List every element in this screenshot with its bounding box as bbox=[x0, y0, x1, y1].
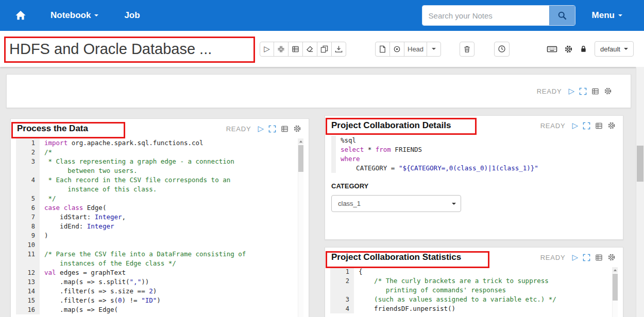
nav-notebook[interactable]: Notebook bbox=[50, 10, 98, 21]
nav-notebook-label: Notebook bbox=[50, 10, 91, 21]
nav-menu[interactable]: Menu bbox=[592, 10, 622, 21]
nav-job[interactable]: Job bbox=[124, 10, 140, 21]
category-select[interactable]: class_1 bbox=[331, 195, 461, 212]
paragraph-header: Project Collaboration Details READY ▷ bbox=[325, 116, 623, 134]
revisions-button[interactable] bbox=[389, 42, 404, 57]
note-title[interactable]: HDFS and Oracle Database ... bbox=[9, 41, 252, 58]
code-line: 2 /* The curly brackets are a trick to s… bbox=[330, 276, 618, 286]
line-number: 2 bbox=[16, 148, 40, 157]
scroll-up-arrow[interactable] bbox=[613, 267, 618, 273]
clone-note-button[interactable] bbox=[317, 42, 332, 57]
caret-down-icon bbox=[452, 203, 456, 205]
display-mode-button[interactable]: default bbox=[595, 41, 634, 57]
expand-paragraph-button[interactable] bbox=[579, 87, 587, 95]
toggle-editor-button[interactable] bbox=[595, 254, 603, 261]
revision-head-button[interactable]: Head bbox=[404, 42, 427, 57]
search-input[interactable] bbox=[422, 6, 549, 25]
expand-paragraph-button[interactable] bbox=[583, 122, 590, 130]
gear-icon bbox=[564, 45, 573, 54]
line-number: 2 bbox=[330, 276, 354, 286]
paragraph-settings-button[interactable] bbox=[604, 87, 612, 95]
code-editor[interactable]: %sqlselect * from FRIENDSwhere CATEGORY … bbox=[331, 136, 617, 173]
window-scrollbar[interactable] bbox=[636, 67, 644, 317]
code-line: between two users. bbox=[16, 166, 303, 175]
run-paragraph-button[interactable]: ▷ bbox=[572, 122, 578, 130]
paragraph-collab-details: Project Collaboration Details READY ▷ %s… bbox=[325, 115, 623, 240]
expand-paragraph-button[interactable] bbox=[583, 254, 590, 261]
run-paragraph-button[interactable]: ▷ bbox=[572, 254, 578, 261]
code-line: 5 */ bbox=[16, 194, 303, 203]
scrollbar-thumb[interactable] bbox=[637, 146, 643, 182]
table-icon bbox=[591, 87, 599, 95]
expand-paragraph-button[interactable] bbox=[268, 125, 276, 133]
code-editor[interactable]: 1{2 /* The curly brackets are a trick to… bbox=[330, 267, 618, 313]
collapse-code-button[interactable] bbox=[274, 42, 289, 57]
permissions-lock-button[interactable] bbox=[580, 45, 587, 53]
paragraph-title: Project Collaboration Statistics bbox=[331, 252, 461, 262]
editor-wrap: 1import org.apache.spark.sql.functions.c… bbox=[16, 138, 303, 317]
run-paragraph-button[interactable]: ▷ bbox=[568, 87, 574, 95]
code-line: instances of the Edge class */ bbox=[16, 259, 303, 268]
run-paragraph-button[interactable]: ▷ bbox=[258, 125, 264, 133]
gear-icon bbox=[607, 121, 616, 130]
paragraph-controls: READY ▷ bbox=[537, 87, 612, 95]
interpreter-gear-button[interactable] bbox=[564, 45, 573, 54]
note-titlebar: HDFS and Oracle Database ... ▷ bbox=[0, 31, 644, 67]
code-editor[interactable]: 1import org.apache.spark.sql.functions.c… bbox=[16, 138, 303, 314]
expand-icon bbox=[268, 125, 276, 133]
scheduler-button[interactable] bbox=[494, 42, 510, 57]
run-all-button[interactable]: ▷ bbox=[260, 42, 274, 57]
line-number bbox=[16, 166, 40, 175]
paragraph-controls: READY ▷ bbox=[540, 121, 616, 130]
paragraph-title: Project Collaboration Details bbox=[331, 120, 451, 131]
download-icon bbox=[335, 45, 343, 53]
line-number bbox=[16, 185, 40, 194]
clock-icon bbox=[498, 45, 506, 53]
navbar: Notebook Job Menu bbox=[0, 0, 644, 31]
code-line: 4 friendsDF.unpersist() bbox=[330, 304, 618, 313]
code-line: 1{ bbox=[330, 267, 618, 276]
code-line: 3 (such as values assigned to a variable… bbox=[330, 295, 618, 304]
code-line: printing of commands' responses bbox=[330, 286, 618, 295]
line-number: 14 bbox=[16, 287, 40, 296]
editor-scrollbar[interactable] bbox=[298, 138, 303, 317]
scroll-up-arrow[interactable] bbox=[298, 138, 303, 144]
editor-scrollbar[interactable] bbox=[612, 267, 618, 317]
caret-down-icon bbox=[618, 14, 622, 16]
paragraph-settings-button[interactable] bbox=[607, 121, 616, 130]
line-number: 5 bbox=[16, 194, 40, 203]
play-icon: ▷ bbox=[264, 45, 270, 53]
search-button[interactable] bbox=[549, 6, 575, 25]
toggle-editor-button[interactable] bbox=[595, 122, 603, 130]
line-number: 16 bbox=[16, 305, 40, 314]
code-line: select * from FRIENDS bbox=[336, 145, 617, 154]
paragraph-settings-button[interactable] bbox=[607, 253, 616, 261]
paragraph-settings-button[interactable] bbox=[293, 125, 301, 133]
line-number bbox=[330, 286, 354, 295]
line-number: 13 bbox=[16, 277, 40, 287]
scrollbar-thumb[interactable] bbox=[613, 274, 618, 301]
keyboard-icon bbox=[547, 44, 557, 54]
paragraph-empty[interactable]: READY ▷ bbox=[6, 74, 631, 108]
note-body: READY ▷ Process the Data READY ▷ bbox=[0, 67, 636, 317]
home-button[interactable] bbox=[14, 10, 27, 21]
code-line: 14 .filter(s => s.size == 2) bbox=[16, 287, 303, 296]
status-label: READY bbox=[537, 87, 562, 95]
line-number: 1 bbox=[16, 138, 40, 148]
show-output-button[interactable] bbox=[288, 42, 303, 57]
toggle-editor-button[interactable] bbox=[591, 87, 599, 95]
commit-button[interactable] bbox=[375, 42, 390, 57]
revision-dropdown-button[interactable] bbox=[427, 42, 441, 57]
shortcuts-button[interactable] bbox=[547, 44, 557, 54]
file-icon bbox=[379, 45, 386, 53]
scrollbar-thumb[interactable] bbox=[298, 145, 303, 172]
trash-button[interactable] bbox=[460, 42, 474, 57]
caret-down-icon bbox=[624, 48, 628, 50]
toggle-editor-button[interactable] bbox=[281, 125, 289, 133]
dynamic-form: CATEGORY class_1 bbox=[331, 182, 617, 212]
line-number: 3 bbox=[16, 157, 40, 166]
gear-icon bbox=[604, 87, 612, 95]
clear-output-button[interactable] bbox=[302, 42, 317, 57]
code-line: 4 * Each record in the CSV file correspo… bbox=[16, 175, 303, 185]
export-note-button[interactable] bbox=[331, 42, 346, 57]
